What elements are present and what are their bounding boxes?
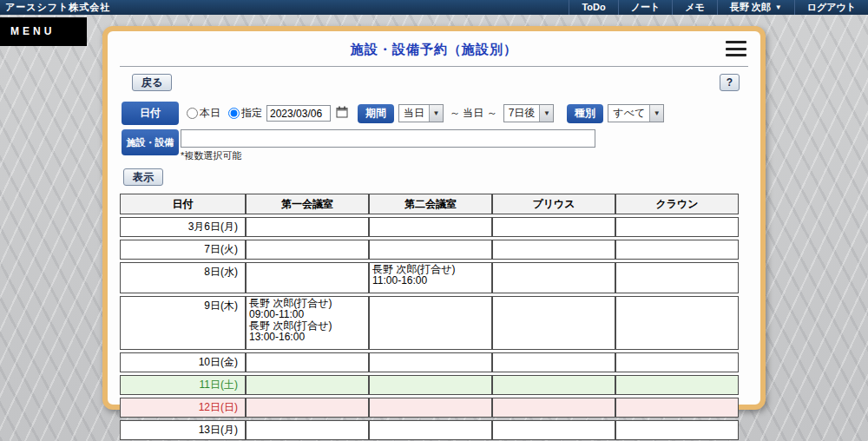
schedule-cell[interactable] — [615, 420, 739, 440]
schedule-cell[interactable] — [492, 420, 615, 440]
facility-filter-label[interactable]: 施設・設備 — [122, 129, 179, 155]
schedule-cell[interactable] — [615, 217, 739, 237]
schedule-cell[interactable] — [492, 296, 615, 350]
period-middle-text: ～ 当日 ～ — [450, 106, 497, 121]
schedule-cell[interactable] — [615, 262, 739, 293]
schedule-cell[interactable] — [369, 296, 492, 350]
date-input[interactable] — [266, 105, 331, 122]
schedule-cell[interactable] — [492, 240, 615, 260]
schedule-cell[interactable] — [492, 352, 615, 372]
schedule-cell[interactable] — [369, 352, 492, 372]
date-cell: 12日(日) — [120, 398, 246, 418]
type-value: すべて — [608, 105, 649, 122]
schedule-cell[interactable] — [369, 420, 492, 440]
note-link[interactable]: ノート — [618, 0, 673, 15]
date-cell: 11日(土) — [120, 375, 246, 395]
schedule-cell[interactable]: 長野 次郎(打合せ) 11:00-16:00 — [369, 262, 492, 293]
table-row: 8日(水) 長野 次郎(打合せ) 11:00-16:00 — [120, 262, 739, 293]
table-header-row: 日付 第一会議室 第二会議室 プリウス クラウン — [120, 194, 739, 214]
chevron-down-icon: ▼ — [429, 105, 443, 122]
today-radio-label: 本日 — [200, 106, 220, 121]
logout-link[interactable]: ログアウト — [794, 0, 868, 15]
col-header-room1: 第一会議室 — [246, 194, 369, 214]
menu-button[interactable]: MENU — [0, 17, 87, 46]
schedule-cell[interactable] — [492, 398, 615, 418]
date-cell: 10日(金) — [120, 352, 246, 372]
table-row: 3月6日(月) — [120, 217, 739, 237]
type-filter-label: 種別 — [567, 104, 603, 123]
schedule-cell[interactable] — [492, 262, 615, 293]
top-bar: アースシフト株式会社 ToDo ノート メモ 長野 次郎 ▼ ログアウト — [0, 0, 868, 15]
todo-link[interactable]: ToDo — [569, 0, 617, 15]
schedule-cell[interactable] — [246, 262, 369, 293]
memo-link[interactable]: メモ — [672, 0, 717, 15]
schedule-cell[interactable] — [615, 352, 739, 372]
period-filter-label: 期間 — [358, 104, 394, 123]
type-select[interactable]: すべて ▼ — [608, 104, 664, 122]
schedule-cell[interactable] — [492, 375, 615, 395]
table-row-saturday: 11日(土) — [120, 375, 739, 395]
specified-radio-wrap[interactable]: 指定 — [228, 106, 262, 121]
date-cell: 13日(月) — [120, 420, 246, 440]
period-from-select[interactable]: 当日 ▼ — [398, 104, 444, 122]
schedule-cell[interactable] — [369, 217, 492, 237]
col-header-room2: 第二会議室 — [369, 194, 492, 214]
schedule-cell[interactable] — [369, 240, 492, 260]
user-dropdown-arrow-icon: ▼ — [775, 0, 782, 15]
hamburger-menu-icon[interactable] — [726, 41, 746, 56]
schedule-cell[interactable] — [369, 398, 492, 418]
user-menu[interactable]: 長野 次郎 ▼ — [717, 0, 794, 15]
today-radio-wrap[interactable]: 本日 — [187, 106, 220, 121]
specified-radio[interactable] — [228, 108, 240, 119]
show-button[interactable]: 表示 — [123, 168, 163, 186]
date-cell: 9日(木) — [120, 296, 246, 350]
title-divider — [120, 66, 748, 67]
date-cell: 7日(火) — [120, 240, 246, 260]
schedule-cell[interactable] — [246, 375, 369, 395]
date-cell: 8日(水) — [120, 262, 246, 293]
schedule-cell[interactable] — [492, 217, 615, 237]
period-to-select[interactable]: 7日後 ▼ — [503, 104, 555, 122]
schedule-cell[interactable] — [246, 352, 369, 372]
page-title: 施設・設備予約（施設別） — [120, 42, 748, 58]
schedule-cell[interactable] — [246, 398, 369, 418]
reservation-panel: 施設・設備予約（施設別） 戻る ? 日付 本日 指定 — [102, 26, 766, 410]
schedule-cell[interactable] — [369, 375, 492, 395]
date-cell: 3月6日(月) — [120, 217, 246, 237]
today-radio[interactable] — [187, 108, 198, 119]
chevron-down-icon: ▼ — [539, 105, 553, 122]
specified-radio-label: 指定 — [241, 106, 262, 121]
company-name: アースシフト株式会社 — [0, 1, 110, 14]
schedule-cell[interactable] — [615, 398, 739, 418]
schedule-cell[interactable] — [246, 217, 369, 237]
chevron-down-icon: ▼ — [649, 105, 663, 122]
table-row-sunday: 12日(日) — [120, 398, 739, 418]
back-button[interactable]: 戻る — [132, 74, 172, 91]
schedule-cell[interactable] — [246, 240, 369, 260]
user-name: 長野 次郎 — [730, 0, 771, 15]
schedule-cell[interactable]: 長野 次郎(打合せ) 09:00-11:00 長野 次郎(打合せ) 13:00-… — [246, 296, 369, 350]
calendar-icon[interactable] — [336, 106, 348, 121]
facility-note: *複数選択可能 — [181, 149, 595, 162]
period-to-value: 7日後 — [504, 105, 540, 122]
period-from-value: 当日 — [399, 105, 429, 122]
filter-area: 日付 本日 指定 期間 当日 ▼ — [120, 102, 748, 186]
col-header-crown: クラウン — [615, 194, 739, 214]
table-row: 7日(火) — [120, 240, 739, 260]
facility-input[interactable] — [181, 129, 595, 148]
schedule-cell[interactable] — [615, 240, 739, 260]
help-button[interactable]: ? — [720, 74, 740, 91]
schedule-cell[interactable] — [615, 375, 739, 395]
col-header-date: 日付 — [120, 194, 246, 214]
date-filter-label[interactable]: 日付 — [122, 102, 179, 125]
table-row: 13日(月) — [120, 420, 739, 440]
schedule-cell[interactable] — [615, 296, 739, 350]
table-row: 9日(木) 長野 次郎(打合せ) 09:00-11:00 長野 次郎(打合せ) … — [120, 296, 739, 350]
schedule-cell[interactable] — [246, 420, 369, 440]
reservation-table: 日付 第一会議室 第二会議室 プリウス クラウン 3月6日(月) 7日(火) 8… — [120, 191, 739, 441]
col-header-prius: プリウス — [492, 194, 615, 214]
table-row: 10日(金) — [120, 352, 739, 372]
